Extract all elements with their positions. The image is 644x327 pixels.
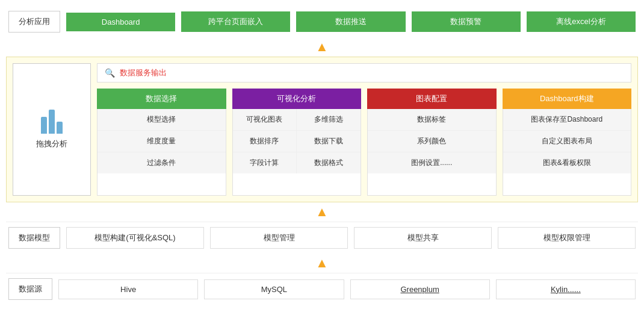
label-datasource: 数据源 bbox=[8, 278, 52, 300]
col-viz-analysis: 可视化分析 可视化图表 多维筛选 数据排序 数据下载 字段计算 数据格式 bbox=[232, 89, 362, 196]
bar1 bbox=[41, 117, 47, 134]
row-drag-analysis: 拖拽分析 🔍 数据服务输出 数据选择 模型选择 维度度量 过滤条件 bbox=[6, 57, 638, 202]
col-data-select: 数据选择 模型选择 维度度量 过滤条件 bbox=[97, 89, 226, 196]
col-dashboard-build: Dashboard构建 图表保存至Dashboard 自定义图表布局 图表&看板… bbox=[503, 89, 632, 196]
drag-left-panel: 拖拽分析 bbox=[13, 63, 91, 196]
btn-offline-excel[interactable]: 离线excel分析 bbox=[527, 11, 636, 32]
datasource-mysql[interactable]: MySQL bbox=[204, 279, 344, 299]
up-arrow-icon-3: ▲ bbox=[315, 257, 329, 270]
datasource-kylin[interactable]: Kylin...... bbox=[496, 279, 636, 299]
arrow-2: ▲ bbox=[6, 202, 638, 222]
col1-item-0[interactable]: 模型选择 bbox=[98, 109, 226, 131]
label-analysis-app: 分析应用 bbox=[8, 11, 60, 33]
bar3 bbox=[57, 122, 63, 134]
col1-items: 模型选择 维度度量 过滤条件 bbox=[97, 109, 226, 196]
bar2 bbox=[49, 110, 55, 134]
col2-item-2-0[interactable]: 字段计算 bbox=[233, 152, 297, 173]
col4-item-2[interactable]: 图表&看板权限 bbox=[503, 152, 631, 173]
col3-items: 数据标签 系列颜色 图例设置...... bbox=[367, 109, 497, 196]
drag-icon bbox=[41, 110, 63, 134]
col3-item-0[interactable]: 数据标签 bbox=[368, 109, 496, 131]
col1-item-1[interactable]: 维度度量 bbox=[98, 131, 226, 152]
col2-item-0-1[interactable]: 多维筛选 bbox=[297, 109, 361, 130]
btn-data-alert[interactable]: 数据预警 bbox=[412, 11, 521, 32]
row-datasource: 数据源 Hive MySQL Greenplum Kylin...... bbox=[6, 273, 638, 305]
arrow-3: ▲ bbox=[6, 254, 638, 273]
up-arrow-icon-2: ▲ bbox=[315, 205, 329, 219]
col1-item-2[interactable]: 过滤条件 bbox=[98, 152, 226, 173]
col2-item-1-0[interactable]: 数据排序 bbox=[233, 131, 297, 152]
up-arrow-icon-1: ▲ bbox=[315, 40, 329, 54]
row-analysis-app: 分析应用 Dashboard 跨平台页面嵌入 数据推送 数据预警 离线excel… bbox=[6, 6, 638, 37]
col4-item-0[interactable]: 图表保存至Dashboard bbox=[503, 109, 631, 131]
analysis-grid: 数据选择 模型选择 维度度量 过滤条件 可视化分析 可视化图表 多维筛选 bbox=[97, 89, 631, 196]
datasource-greenplum[interactable]: Greenplum bbox=[350, 279, 490, 299]
model-share[interactable]: 模型共享 bbox=[354, 227, 492, 249]
btn-data-push[interactable]: 数据推送 bbox=[296, 11, 405, 32]
drag-label: 拖拽分析 bbox=[36, 139, 67, 149]
model-manage[interactable]: 模型管理 bbox=[210, 227, 348, 249]
label-data-model: 数据模型 bbox=[8, 227, 60, 249]
row-data-model: 数据模型 模型构建(可视化&SQL) 模型管理 模型共享 模型权限管理 bbox=[6, 222, 638, 254]
search-icon: 🔍 bbox=[105, 68, 115, 78]
col2-row-0: 可视化图表 多维筛选 bbox=[233, 109, 361, 131]
page-wrapper: 分析应用 Dashboard 跨平台页面嵌入 数据推送 数据预警 离线excel… bbox=[0, 0, 644, 327]
col3-item-1[interactable]: 系列颜色 bbox=[368, 131, 496, 152]
btn-cross-platform[interactable]: 跨平台页面嵌入 bbox=[181, 11, 290, 32]
col2-item-0-0[interactable]: 可视化图表 bbox=[233, 109, 297, 130]
search-bar: 🔍 数据服务输出 bbox=[97, 63, 631, 83]
col4-header: Dashboard构建 bbox=[503, 89, 632, 109]
col2-row-2: 字段计算 数据格式 bbox=[233, 152, 361, 173]
col-chart-config: 图表配置 数据标签 系列颜色 图例设置...... bbox=[367, 89, 497, 196]
model-permission[interactable]: 模型权限管理 bbox=[498, 227, 636, 249]
arrow-1: ▲ bbox=[6, 37, 638, 57]
col4-item-1[interactable]: 自定义图表布局 bbox=[503, 131, 631, 152]
col1-header: 数据选择 bbox=[97, 89, 226, 109]
col2-item-2-1[interactable]: 数据格式 bbox=[297, 152, 361, 173]
col2-header: 可视化分析 bbox=[232, 89, 362, 109]
service-output-label: 数据服务输出 bbox=[120, 67, 167, 78]
col3-header: 图表配置 bbox=[367, 89, 497, 109]
col2-items: 可视化图表 多维筛选 数据排序 数据下载 字段计算 数据格式 bbox=[232, 109, 362, 196]
btn-dashboard[interactable]: Dashboard bbox=[66, 13, 175, 31]
drag-right-panel: 🔍 数据服务输出 数据选择 模型选择 维度度量 过滤条件 可视化分析 bbox=[97, 63, 631, 196]
datasource-hive[interactable]: Hive bbox=[58, 279, 198, 299]
col2-row-1: 数据排序 数据下载 bbox=[233, 131, 361, 152]
col3-item-2[interactable]: 图例设置...... bbox=[368, 152, 496, 173]
col4-items: 图表保存至Dashboard 自定义图表布局 图表&看板权限 bbox=[503, 109, 632, 196]
col2-item-1-1[interactable]: 数据下载 bbox=[297, 131, 361, 152]
model-build[interactable]: 模型构建(可视化&SQL) bbox=[66, 227, 204, 249]
